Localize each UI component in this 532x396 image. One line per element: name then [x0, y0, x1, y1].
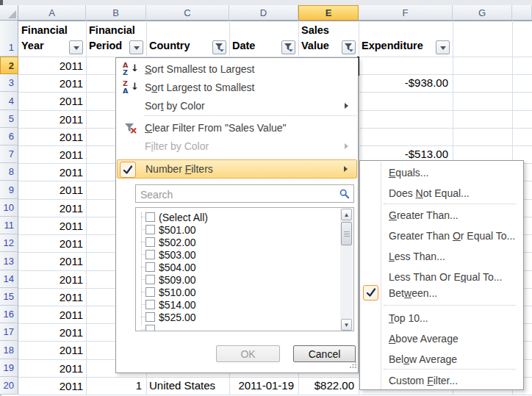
- row-header-20[interactable]: 20: [0, 377, 18, 395]
- checkbox-unchecked[interactable]: [145, 275, 155, 284]
- menu-item-sort-by-color[interactable]: Sort by Color: [117, 96, 357, 115]
- menu-item-clear-filter-from-sales-value[interactable]: Clear Filter From "Sales Value": [117, 118, 357, 137]
- filter-value-item[interactable]: $501.00: [136, 223, 334, 236]
- submenu-item-greater-than-or-equal-to[interactable]: Greater Than Or Equal To...: [361, 226, 523, 246]
- checkbox-unchecked[interactable]: [145, 212, 155, 222]
- checkbox-unchecked[interactable]: [145, 262, 155, 272]
- scrollbar-thumb[interactable]: [341, 222, 352, 245]
- submenu-item-does-not-equal[interactable]: Does Not Equal...: [361, 183, 523, 204]
- checkbox-unchecked[interactable]: [145, 225, 155, 234]
- row-header-4[interactable]: 4: [0, 92, 18, 110]
- row-header-5[interactable]: 5: [0, 110, 18, 128]
- checkbox-unchecked[interactable]: [145, 300, 155, 309]
- filter-value-item[interactable]: $514.00: [136, 298, 334, 311]
- cell-a12[interactable]: 2011: [18, 237, 83, 251]
- checkbox-unchecked[interactable]: [145, 312, 155, 322]
- list-scrollbar[interactable]: ▲ ▼: [340, 209, 353, 331]
- filter-value-item[interactable]: (Select All): [136, 211, 334, 223]
- search-input[interactable]: [139, 187, 333, 202]
- scroll-up-button[interactable]: ▲: [341, 209, 352, 220]
- cell-d20[interactable]: 2011-01-19: [231, 378, 294, 392]
- column-header-e[interactable]: E: [298, 5, 359, 21]
- cell-a11[interactable]: 2011: [18, 219, 83, 233]
- row-header-12[interactable]: 12: [0, 234, 18, 252]
- filter-button-a[interactable]: [69, 40, 83, 54]
- cell-a13[interactable]: 2011: [18, 254, 83, 268]
- row-header-17[interactable]: 17: [0, 323, 18, 341]
- cell-a19[interactable]: 2011: [18, 361, 83, 375]
- row-header-19[interactable]: 19: [0, 359, 18, 377]
- cell-a6[interactable]: 2011: [18, 130, 83, 144]
- column-header-partial[interactable]: [512, 5, 532, 21]
- row-header-14[interactable]: 14: [0, 270, 18, 288]
- cell-a10[interactable]: 2011: [18, 201, 83, 215]
- submenu-item-below-average[interactable]: Below Average: [361, 349, 523, 370]
- filter-button-f[interactable]: [436, 40, 450, 54]
- row-header-2[interactable]: 2: [0, 57, 18, 74]
- filter-button-filtered-d[interactable]: [281, 40, 295, 54]
- select-all-corner[interactable]: [0, 5, 18, 21]
- row-header-7[interactable]: 7: [0, 145, 18, 163]
- column-header-d[interactable]: D: [229, 5, 298, 21]
- row-header-18[interactable]: 18: [0, 341, 18, 359]
- row-header-13[interactable]: 13: [0, 252, 18, 270]
- cell-c20[interactable]: United States: [148, 378, 225, 392]
- submenu-item-less-than[interactable]: Less Than...: [361, 246, 523, 267]
- cell-a15[interactable]: 2011: [18, 290, 83, 304]
- cell-a7[interactable]: 2011: [18, 148, 83, 162]
- filter-value-item[interactable]: $504.00: [136, 261, 334, 273]
- column-header-c[interactable]: C: [146, 5, 229, 21]
- column-header-a[interactable]: A: [18, 5, 86, 21]
- resize-grip[interactable]: [349, 359, 357, 372]
- row-header-11[interactable]: 11: [0, 217, 18, 234]
- submenu-item-above-average[interactable]: Above Average: [361, 328, 523, 349]
- submenu-item-custom-filter[interactable]: Custom Filter...: [361, 371, 523, 390]
- cell-a9[interactable]: 2011: [18, 183, 83, 197]
- row-header-16[interactable]: 16: [0, 306, 18, 323]
- cell-a20[interactable]: 2011: [18, 379, 83, 393]
- cell-a2[interactable]: 2011: [18, 59, 83, 73]
- cell-e20[interactable]: $822.00: [301, 378, 354, 392]
- menu-item-number-filters[interactable]: Number Filters: [117, 159, 357, 179]
- cancel-button[interactable]: Cancel: [293, 345, 356, 362]
- column-header-f[interactable]: F: [359, 5, 453, 21]
- row-header-6[interactable]: 6: [0, 128, 18, 145]
- cell-f7[interactable]: -$513.00: [361, 147, 448, 161]
- filter-value-item[interactable]: $509.00: [136, 273, 334, 286]
- filter-value-item[interactable]: $502.00: [136, 236, 334, 248]
- row-header-15[interactable]: 15: [0, 288, 18, 306]
- column-header-g[interactable]: G: [453, 5, 512, 21]
- filter-value-item-partial[interactable]: [136, 323, 334, 331]
- cell-f3[interactable]: -$938.00: [361, 76, 448, 90]
- row-header-1[interactable]: 1: [0, 21, 18, 57]
- filter-value-item[interactable]: $510.00: [136, 286, 334, 298]
- filter-button-b[interactable]: [129, 40, 143, 54]
- submenu-item-equals[interactable]: Equals...: [361, 162, 523, 183]
- cell-a5[interactable]: 2011: [18, 112, 83, 126]
- filter-value-item[interactable]: $503.00: [136, 248, 334, 261]
- menu-item-sort-largest-to-smallest[interactable]: ZA↓Sort Largest to Smallest: [117, 78, 357, 96]
- checkbox-unchecked[interactable]: [145, 325, 155, 331]
- row-header-8[interactable]: 8: [0, 163, 18, 181]
- scroll-down-button[interactable]: ▼: [341, 319, 352, 331]
- checkbox-unchecked[interactable]: [145, 250, 155, 259]
- filter-value-item[interactable]: $525.00: [136, 311, 334, 323]
- filter-button-filtered-e[interactable]: [342, 40, 356, 54]
- filter-button-filtered-c[interactable]: [212, 40, 226, 54]
- row-header-9[interactable]: 9: [0, 181, 18, 199]
- cell-a17[interactable]: 2011: [18, 325, 83, 339]
- magnifier-icon[interactable]: [339, 189, 350, 202]
- submenu-item-between[interactable]: Between...: [361, 284, 523, 302]
- cell-a14[interactable]: 2011: [18, 273, 83, 287]
- cell-a16[interactable]: 2011: [18, 308, 83, 322]
- row-header-3[interactable]: 3: [0, 74, 18, 92]
- checkbox-unchecked[interactable]: [145, 287, 155, 297]
- submenu-item-top-10[interactable]: Top 10...: [361, 308, 523, 328]
- cell-a18[interactable]: 2011: [18, 343, 83, 357]
- checkbox-unchecked[interactable]: [145, 237, 155, 247]
- menu-item-sort-smallest-to-largest[interactable]: AZ↓Sort Smallest to Largest: [117, 60, 357, 78]
- cell-a8[interactable]: 2011: [18, 165, 83, 179]
- row-header-10[interactable]: 10: [0, 199, 18, 217]
- cell-a4[interactable]: 2011: [18, 94, 83, 108]
- column-header-b[interactable]: B: [86, 5, 146, 21]
